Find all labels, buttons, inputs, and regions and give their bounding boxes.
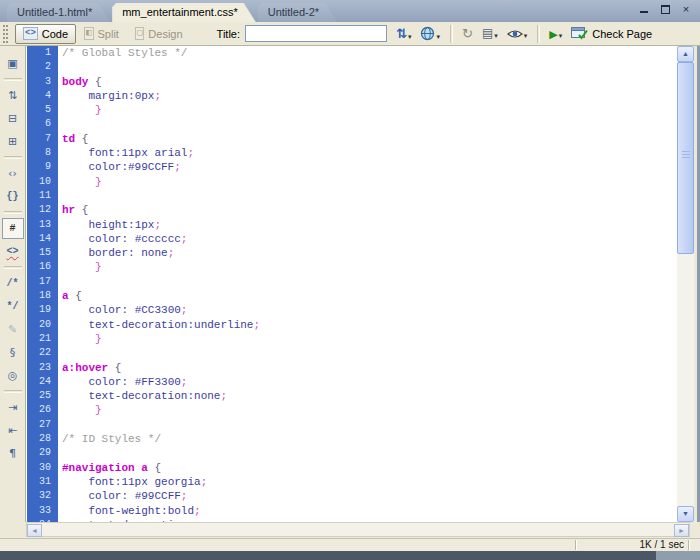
collapse-selection-icon[interactable]: ⊟ — [2, 108, 24, 129]
apply-comment-icon[interactable]: /* — [2, 273, 24, 294]
code-line[interactable]: 24 color: #FF3300; — [27, 375, 676, 389]
scroll-down-button[interactable]: ▼ — [677, 506, 694, 522]
code-line[interactable]: 12hr { — [27, 203, 676, 217]
code-line[interactable]: 2 — [27, 60, 676, 74]
select-parent-tag-icon[interactable]: ‹› — [2, 163, 24, 184]
code-view-button[interactable]: <> Code — [15, 24, 76, 44]
line-number: 16 — [27, 260, 58, 274]
resize-gripper[interactable] — [656, 551, 700, 560]
restore-button[interactable] — [659, 3, 671, 15]
line-number: 28 — [27, 432, 58, 446]
code-line[interactable]: 28/* ID Styles */ — [27, 432, 676, 446]
split-view-button[interactable]: ◧ Split — [76, 24, 127, 44]
code-line-text: height:1px; — [58, 218, 161, 232]
code-line[interactable]: 11 — [27, 189, 676, 203]
minimize-button[interactable] — [638, 3, 650, 15]
code-line-text: color: #FF3300; — [58, 375, 187, 389]
code-line[interactable]: 29 — [27, 446, 676, 460]
code-line-text: color: #99CCFF; — [58, 489, 187, 503]
code-line[interactable]: 19 color: #CC3300; — [27, 303, 676, 317]
code-line[interactable]: 5 } — [27, 103, 676, 117]
code-line[interactable]: 8 font:11px arial; — [27, 146, 676, 160]
line-number: 32 — [27, 489, 58, 503]
line-number: 5 — [27, 103, 58, 117]
toolbar-grip-handle[interactable] — [3, 25, 8, 43]
coding-toolbar: ▣⇅⊟⊞‹›{}#<>/**/✎§◎⇥⇤¶ — [0, 46, 26, 522]
document-area: ▣⇅⊟⊞‹›{}#<>/**/✎§◎⇥⇤¶ 1/* Global Styles … — [0, 46, 700, 522]
line-number: 1 — [27, 46, 58, 60]
design-view-button[interactable]: ▢ Design — [127, 24, 191, 44]
balance-braces-icon[interactable]: {} — [2, 186, 24, 207]
line-number: 22 — [27, 346, 58, 360]
open-documents-icon[interactable]: ▣ — [2, 53, 24, 74]
code-line[interactable]: 9 color:#99CCFF; — [27, 160, 676, 174]
highlight-invalid-code-icon[interactable]: <> — [2, 241, 24, 262]
code-navigator-icon[interactable]: ◎ — [2, 365, 24, 386]
code-line[interactable]: 23a:hover { — [27, 361, 676, 375]
code-line[interactable]: 20 text-decoration:underline; — [27, 318, 676, 332]
close-button[interactable]: × — [680, 3, 692, 15]
code-line[interactable]: 7td { — [27, 132, 676, 146]
title-input[interactable] — [245, 25, 387, 42]
code-line[interactable]: 33 font-weight:bold; — [27, 504, 676, 518]
outdent-code-icon[interactable]: ⇤ — [2, 420, 24, 441]
line-numbers-icon[interactable]: # — [2, 218, 24, 239]
chevron-down-icon: ▾ — [494, 32, 498, 40]
collapse-full-tag-icon[interactable]: ⇅ — [2, 85, 24, 106]
code-line[interactable]: 1/* Global Styles */ — [27, 46, 676, 60]
code-line-text: font:11px georgia; — [58, 475, 207, 489]
code-line[interactable]: 4 margin:0px; — [27, 89, 676, 103]
file-management-icon: ⇅ — [396, 27, 407, 41]
file-management-button[interactable]: ⇅ ▾ — [396, 27, 411, 41]
view-options-button[interactable]: ▤ ▾ — [482, 27, 498, 40]
tab-untitled-2[interactable]: Untitled-2* — [258, 3, 337, 22]
code-line[interactable]: 27 — [27, 418, 676, 432]
code-line[interactable]: 13 height:1px; — [27, 218, 676, 232]
code-line[interactable]: 31 font:11px georgia; — [27, 475, 676, 489]
refresh-button[interactable]: ↻ — [462, 27, 473, 41]
line-number: 26 — [27, 403, 58, 417]
code-line[interactable]: 15 border: none; — [27, 246, 676, 260]
code-line[interactable]: 18a { — [27, 289, 676, 303]
format-source-code-icon[interactable]: ¶ — [2, 443, 24, 464]
indent-code-icon[interactable]: ⇥ — [2, 397, 24, 418]
recent-snippets-icon[interactable]: § — [2, 342, 24, 363]
remove-comment-icon[interactable]: */ — [2, 296, 24, 317]
tab-untitled-1[interactable]: Untitled-1.html* — [7, 3, 110, 22]
code-line[interactable]: 3body { — [27, 75, 676, 89]
chevron-down-icon: ▾ — [524, 32, 528, 40]
check-page-button[interactable]: Check Page — [571, 27, 652, 40]
vertical-scrollbar[interactable]: ▲ ▼ — [677, 46, 694, 522]
line-number: 20 — [27, 318, 58, 332]
tab-mm-entertainment-css[interactable]: mm_entertainment.css* — [112, 3, 256, 22]
line-number: 30 — [27, 461, 58, 475]
code-line[interactable]: 10 } — [27, 175, 676, 189]
split-view-label: Split — [98, 28, 119, 40]
code-line[interactable]: 14 color: #cccccc; — [27, 232, 676, 246]
scroll-left-button[interactable]: ◄ — [27, 524, 42, 537]
statusbar-separator — [688, 540, 690, 550]
code-line-text — [58, 275, 62, 289]
code-line[interactable]: 21 } — [27, 332, 676, 346]
expand-all-icon[interactable]: ⊞ — [2, 131, 24, 152]
code-line[interactable]: 25 text-decoration:none; — [27, 389, 676, 403]
code-line[interactable]: 6 — [27, 117, 676, 131]
code-line[interactable]: 26 } — [27, 403, 676, 417]
code-line-text: } — [58, 260, 102, 274]
horizontal-scrollbar[interactable]: ◄ ► — [26, 522, 690, 537]
code-editor[interactable]: 1/* Global Styles */23body {4 margin:0px… — [27, 46, 676, 522]
preview-in-browser-button[interactable]: ▾ — [420, 26, 440, 41]
visual-aids-button[interactable]: ▾ — [507, 28, 528, 40]
validate-markup-button[interactable]: ▶ ▾ — [549, 28, 562, 40]
code-line[interactable]: 32 color: #99CCFF; — [27, 489, 676, 503]
code-line[interactable]: 30#navigation a { — [27, 461, 676, 475]
line-number: 29 — [27, 446, 58, 460]
vertical-scrollbar-thumb[interactable] — [677, 62, 694, 254]
code-line-text: border: none; — [58, 246, 174, 260]
code-line[interactable]: 22 — [27, 346, 676, 360]
scroll-up-button[interactable]: ▲ — [677, 46, 694, 62]
title-field-label: Title: — [217, 28, 240, 40]
code-line[interactable]: 16 } — [27, 260, 676, 274]
scroll-right-button[interactable]: ► — [674, 524, 689, 537]
code-line[interactable]: 17 — [27, 275, 676, 289]
